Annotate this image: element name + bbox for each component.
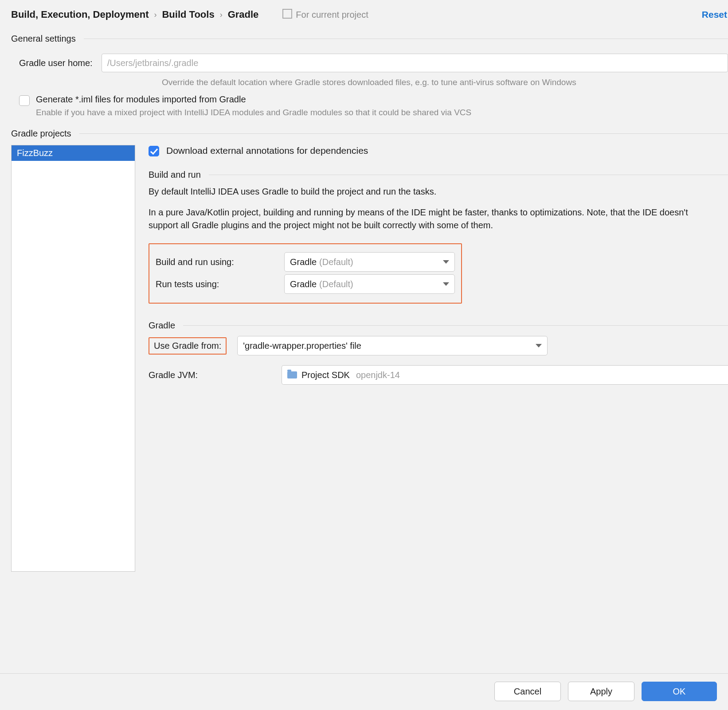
generate-iml-checkbox[interactable] [19,95,30,106]
breadcrumb: Build, Execution, Deployment › Build Too… [11,9,258,20]
build-run-using-label: Build and run using: [156,257,275,267]
gradle-user-home-label: Gradle user home: [19,58,93,68]
generate-iml-label: Generate *.iml files for modules importe… [36,94,246,105]
use-gradle-from-combo[interactable]: 'gradle-wrapper.properties' file [237,336,548,355]
gradle-jvm-combo[interactable]: Project SDK openjdk-14 [282,365,728,385]
run-tests-using-label: Run tests using: [156,279,275,289]
reset-link[interactable]: Reset [702,9,728,20]
project-scope-icon [284,11,292,19]
combo-value: Gradle [290,279,317,289]
build-run-using-combo[interactable]: Gradle (Default) [284,252,455,272]
build-run-header: Build and run [149,170,728,180]
gradle-section-header: Gradle [149,320,728,331]
gradle-section-title: Gradle [149,320,175,331]
chevron-right-icon: › [220,10,223,20]
combo-suffix: (Default) [319,279,353,289]
build-run-desc1: By default IntelliJ IDEA uses Gradle to … [149,185,707,198]
chevron-down-icon [536,344,542,347]
jvm-suffix: openjdk-14 [356,370,400,380]
build-run-highlight: Build and run using: Gradle (Default) Ru… [149,243,462,304]
combo-value: 'gradle-wrapper.properties' file [243,341,361,351]
footer-bar: Cancel Apply OK [0,673,728,710]
chevron-right-icon: › [154,10,157,20]
scope-label-text: For current project [296,10,368,20]
download-annotations-label: Download external annotations for depend… [166,145,368,156]
ok-button[interactable]: OK [642,682,717,701]
gradle-projects-header: Gradle projects [11,129,728,139]
chevron-down-icon [443,282,449,286]
gradle-user-home-hint: Override the default location where Grad… [162,78,728,87]
chevron-down-icon [443,260,449,264]
download-annotations-checkbox[interactable] [149,146,159,156]
cancel-button[interactable]: Cancel [494,682,561,701]
build-run-desc2: In a pure Java/Kotlin project, building … [149,206,707,232]
generate-iml-hint: Enable if you have a mixed project with … [36,108,728,117]
scope-indicator: For current project [284,10,368,20]
breadcrumb-part-2[interactable]: Gradle [228,9,259,20]
apply-button[interactable]: Apply [568,682,634,701]
project-item-fizzbuzz[interactable]: FizzBuzz [12,145,135,161]
use-gradle-from-label: Use Gradle from: [149,337,227,355]
run-tests-using-combo[interactable]: Gradle (Default) [284,274,455,294]
breadcrumb-part-1[interactable]: Build Tools [162,9,214,20]
jvm-value: Project SDK [301,370,350,380]
general-settings-header: General settings [11,34,728,44]
project-details: Download external annotations for depend… [149,145,728,572]
gradle-jvm-label: Gradle JVM: [149,370,282,380]
gradle-projects-title: Gradle projects [11,129,71,139]
gradle-user-home-input[interactable] [102,54,728,72]
sdk-folder-icon [287,371,297,378]
combo-suffix: (Default) [319,257,353,267]
build-run-title: Build and run [149,170,201,180]
general-section-title: General settings [11,34,76,44]
breadcrumb-part-0[interactable]: Build, Execution, Deployment [11,9,149,20]
header-row: Build, Execution, Deployment › Build Too… [11,9,728,20]
combo-value: Gradle [290,257,317,267]
project-list[interactable]: FizzBuzz [11,145,135,572]
